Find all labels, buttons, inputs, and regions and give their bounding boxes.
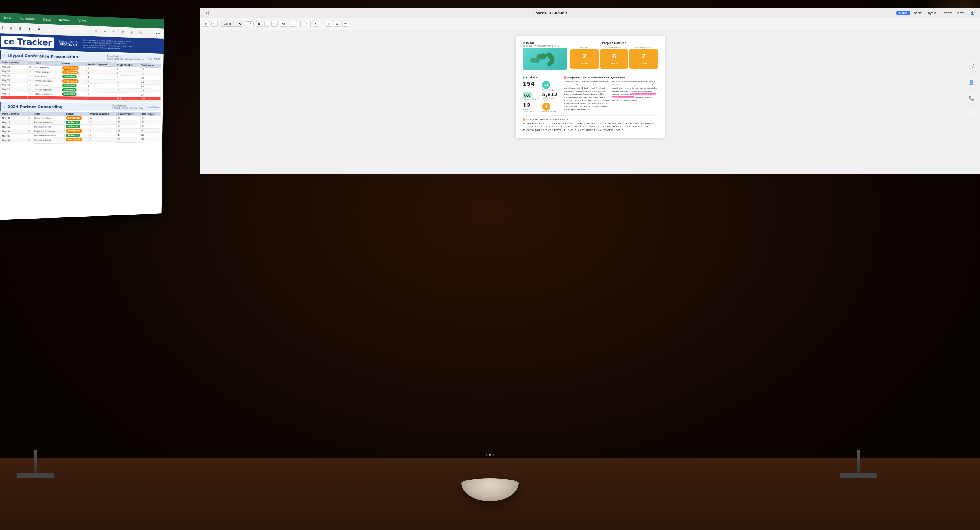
table-row: May 31 ✗ Partner training In Progress 13… (1, 137, 160, 142)
left-monitor: Draw Formulas Data Review View I U S ▲ A… (0, 13, 164, 220)
more-options-button[interactable]: ••• (342, 21, 349, 27)
phase-development: DEVELOPMENT 6 Months (600, 46, 628, 69)
tab-layout[interactable]: Layout (924, 11, 939, 16)
monitor-stand-left (34, 450, 37, 473)
stat-mentors: 4 MENTORS HIRED (542, 103, 560, 113)
font-color-btn[interactable]: A (37, 27, 41, 31)
monitor-base-right (840, 473, 877, 478)
stats-title: Statistics (526, 76, 538, 79)
phase-impl-box: 2 Months (630, 49, 658, 69)
merge-btn[interactable]: ⊡ (121, 30, 126, 34)
user-icon[interactable]: 👤 (966, 77, 977, 87)
title-meta: FOR ALEJANDRA: UPDATED 6/3 (59, 40, 78, 46)
font-size-input[interactable] (245, 21, 254, 26)
tab-review[interactable]: Review (939, 11, 954, 16)
col-total: Total Hours (140, 63, 161, 68)
phase-implementation: IMPLEMENTATION 2 Months (630, 46, 658, 69)
total-hours-label: Total Hours (148, 57, 160, 60)
percent-btn[interactable]: % (138, 30, 143, 35)
stat-students: 154 STUDENTS (523, 81, 540, 91)
tab-insert[interactable]: Insert (911, 11, 924, 16)
tab-view[interactable]: View (955, 11, 966, 16)
font-smaller-button[interactable]: A↓ (290, 21, 297, 27)
strikethrough-btn[interactable]: S (18, 26, 22, 31)
phone-icon[interactable]: 📞 (966, 93, 977, 103)
share-icon[interactable]: ⤴ (975, 11, 977, 14)
font-select[interactable]: Calibri (220, 21, 243, 27)
highlight-btn[interactable]: ▲ (27, 26, 32, 31)
section-2-total-label: Total Hours (148, 106, 159, 108)
stat-nationalities-label: NATIONALITIES (542, 89, 560, 91)
stats-title-row: Statistics (523, 76, 560, 79)
underline-button[interactable]: U (272, 21, 277, 27)
stat-growth-num: 6X (523, 92, 531, 98)
map-svg (523, 48, 567, 70)
task-table-2: Date Updated ✓ Task Status Weeks Engaged… (0, 111, 161, 142)
profile-icon[interactable]: 👤 (970, 11, 974, 14)
phase-dev-unit: Months (611, 62, 618, 65)
doc-card: Reach SOUTHERN FRANCE, NORTHERN SPAIN (516, 35, 665, 138)
numbers-toolbar: ↩ ↪ Calibri B I U A↑ A↓ ⬱ ¶ ⊞ ≡ ••• (200, 18, 980, 30)
borders-btn[interactable]: ⊞ (94, 29, 98, 33)
more-btn[interactable]: ••• (154, 31, 162, 35)
phase-planning-box: 2 Months (571, 49, 599, 69)
yoko-title: Perspective from Yoko Tanaka, Participan… (526, 118, 570, 121)
phase-planning-months: 2 (572, 53, 598, 60)
comma-btn[interactable]: , (147, 31, 150, 35)
tab-data[interactable]: Data (41, 17, 53, 22)
undo-button[interactable]: ↩ (203, 21, 209, 27)
redo-button[interactable]: ↪ (212, 21, 218, 27)
dots-icon[interactable]: ••• (966, 109, 977, 119)
stat-months-num: 12 (523, 103, 540, 108)
format-button[interactable]: ¶ (313, 21, 318, 27)
stat-months-label: MONTHS OPERATING (523, 108, 540, 112)
perspective-col1-text: "I come from a town in the south of Fran… (564, 81, 609, 111)
tab-home[interactable]: Home (896, 11, 910, 16)
table-button[interactable]: ⊞ (326, 21, 332, 27)
tab-view[interactable]: View (76, 18, 88, 24)
underline-btn[interactable]: U (9, 26, 13, 30)
italic-button[interactable]: I (264, 21, 269, 27)
align-btn[interactable]: ≡ (103, 29, 107, 34)
section-2-coords: Coordinators:Karen Farrugia, Norma Tille… (112, 105, 143, 110)
tab-review[interactable]: Review (57, 18, 73, 23)
phase-dev-label: DEVELOPMENT (600, 46, 628, 48)
monitor-base-left (17, 473, 54, 478)
bold-button[interactable]: B (256, 21, 262, 27)
align-left-button[interactable]: ⬱ (304, 21, 311, 27)
reach-section: Reach SOUTHERN FRANCE, NORTHERN SPAIN (523, 41, 567, 70)
divider-line-1 (523, 73, 658, 73)
stat-mentors-num: 4 (542, 103, 550, 111)
stat-hours-num: 5,812 (542, 92, 560, 97)
scroll-dot-1 (486, 454, 487, 455)
phase-impl-label: IMPLEMENTATION (630, 46, 658, 48)
perspective-cols: "I come from a town in the south of Fran… (564, 80, 658, 111)
stats-dot (523, 76, 525, 79)
chat-icon[interactable]: 💬 (966, 61, 977, 71)
subtitle-updated: UPDATED 6/3 (59, 43, 78, 46)
back-button[interactable]: ‹ (204, 11, 209, 16)
project-timeline-section: Project Timeline PLANNING 2 Months (571, 41, 658, 69)
wrap-btn[interactable]: ↵ (112, 30, 116, 34)
title-text: ce Tracker (4, 37, 52, 48)
yoko-title-row: Perspective from Yoko Tanaka, Participan… (523, 118, 658, 121)
map-visual (523, 48, 567, 70)
tab-formulas[interactable]: Formulas (17, 16, 37, 21)
right-icons: 💬 👤 📞 ••• (963, 57, 980, 123)
currency-btn[interactable]: $ (130, 30, 134, 34)
menu-tabs: Home Insert Layout Review View (896, 11, 966, 16)
col-check: ✓ (28, 61, 34, 65)
stat-nationalities-num: 11 (542, 81, 550, 89)
align-center-button[interactable]: ≡ (334, 21, 340, 27)
italic-btn[interactable]: I (0, 25, 4, 31)
stat-months: 12 MONTHS OPERATING (523, 103, 540, 113)
section-1-title: Lilypad Conference Presentation (8, 53, 78, 59)
font-bigger-button[interactable]: A↑ (280, 21, 287, 27)
phase-planning: PLANNING 2 Months (571, 46, 599, 69)
scroll-dot-2 (489, 454, 491, 455)
yoko-dot (523, 118, 525, 121)
phase-planning-label: PLANNING (571, 46, 599, 48)
tab-draw[interactable]: Draw (0, 15, 14, 21)
divider2 (322, 21, 322, 27)
stats-grid: 154 STUDENTS 11 NATIONALITIES 6X (523, 81, 560, 113)
